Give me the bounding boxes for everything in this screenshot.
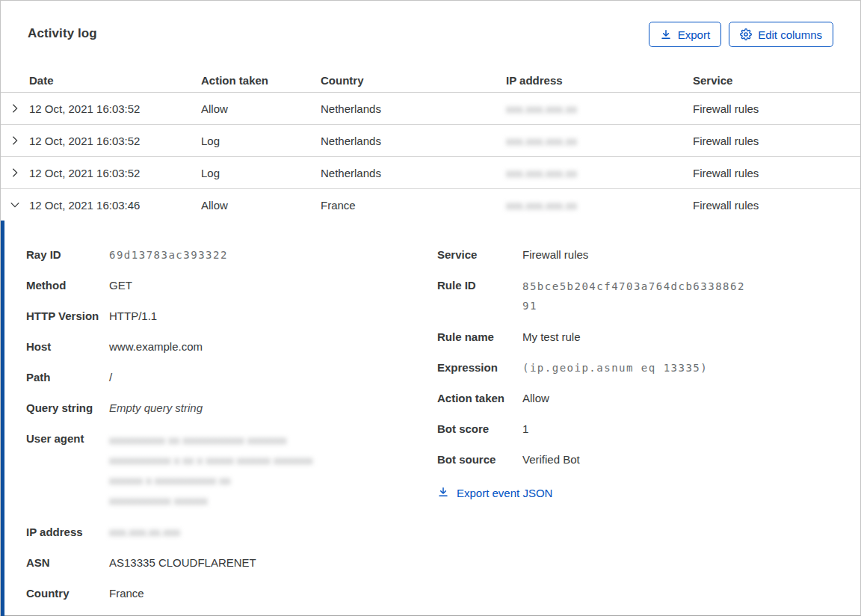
detail-right-column: Service Firewall rules Rule ID 85bce5b20… <box>437 246 838 615</box>
row-date: 12 Oct, 2021 16:03:46 <box>29 199 201 212</box>
table-row-expanded[interactable]: 12 Oct, 2021 16:03:46 Allow France xxx.x… <box>1 189 860 221</box>
detail-field-asn: ASN AS13335 CLOUDFLARENET <box>26 554 437 572</box>
detail-field-action-taken: Action taken Allow <box>437 389 838 407</box>
chevron-right-icon[interactable] <box>1 103 29 114</box>
activity-table: Date Action taken Country IP address Ser… <box>1 68 860 221</box>
download-icon <box>660 28 672 40</box>
row-service: Firewall rules <box>693 135 860 147</box>
detail-field-bot-source: Bot source Verified Bot <box>437 451 838 469</box>
row-date: 12 Oct, 2021 16:03:52 <box>29 135 201 147</box>
detail-left-column: Ray ID 69d13783ac393322 Method GET HTTP … <box>26 246 437 615</box>
activity-log-panel: Activity log Export Edit columns Date Ac… <box>0 0 861 616</box>
toolbar-actions: Export Edit columns <box>649 22 833 47</box>
detail-field-rule-name: Rule name My test rule <box>437 328 838 346</box>
chevron-right-icon[interactable] <box>1 135 29 146</box>
row-ip-redacted: xxx.xxx.xxx.xx <box>506 102 693 115</box>
detail-field-ray-id: Ray ID 69d13783ac393322 <box>26 246 437 264</box>
export-event-json-link[interactable]: Export event JSON <box>437 486 552 500</box>
event-detail-panel: Ray ID 69d13783ac393322 Method GET HTTP … <box>1 221 860 616</box>
row-service: Firewall rules <box>693 167 860 179</box>
table-row[interactable]: 12 Oct, 2021 16:03:52 Log Netherlands xx… <box>1 157 860 189</box>
column-header-country: Country <box>321 74 506 87</box>
row-ip-redacted: xxx.xxx.xxx.xx <box>506 135 693 147</box>
row-service: Firewall rules <box>693 199 860 212</box>
row-date: 12 Oct, 2021 16:03:52 <box>29 167 201 179</box>
page-title: Activity log <box>28 26 97 41</box>
column-header-action: Action taken <box>201 74 321 87</box>
row-date: 12 Oct, 2021 16:03:52 <box>29 102 201 115</box>
row-country: Netherlands <box>321 102 506 115</box>
row-action: Allow <box>201 199 321 212</box>
row-country: France <box>321 199 506 212</box>
detail-field-service: Service Firewall rules <box>437 246 838 264</box>
detail-field-host: Host www.example.com <box>26 338 437 356</box>
export-button-label: Export <box>678 28 710 41</box>
detail-field-http-version: HTTP Version HTTP/1.1 <box>26 307 437 325</box>
detail-field-user-agent: User agent xxxxxxxxxx xx xxxxxxxxxxx xxx… <box>26 430 437 511</box>
detail-field-method: Method GET <box>26 277 437 295</box>
row-action: Allow <box>201 102 321 115</box>
detail-field-country: Country France <box>26 585 437 603</box>
row-country: Netherlands <box>321 167 506 179</box>
detail-field-rule-id: Rule ID 85bce5b204cf4703a764dcb633886291 <box>437 277 838 315</box>
row-ip-redacted: xxx.xxx.xxx.xx <box>506 199 693 212</box>
column-header-date: Date <box>29 74 201 87</box>
detail-field-bot-score: Bot score 1 <box>437 420 838 438</box>
user-agent-redacted: xxxxxxxxxx xx xxxxxxxxxxx xxxxxxx xxxxxx… <box>109 430 437 511</box>
row-action: Log <box>201 167 321 179</box>
row-service: Firewall rules <box>693 102 860 115</box>
detail-field-query-string: Query string Empty query string <box>26 399 437 417</box>
edit-columns-button[interactable]: Edit columns <box>729 22 833 47</box>
row-action: Log <box>201 135 321 147</box>
column-header-service: Service <box>693 74 860 87</box>
gear-icon <box>740 28 752 40</box>
table-row[interactable]: 12 Oct, 2021 16:03:52 Log Netherlands xx… <box>1 125 860 157</box>
edit-columns-button-label: Edit columns <box>758 28 822 41</box>
row-country: Netherlands <box>321 135 506 147</box>
table-row[interactable]: 12 Oct, 2021 16:03:52 Allow Netherlands … <box>1 93 860 125</box>
detail-field-ip-address: IP address xxx.xxx.xx.xxx <box>26 523 437 541</box>
column-header-ip: IP address <box>506 74 693 87</box>
table-header-row: Date Action taken Country IP address Ser… <box>1 68 860 93</box>
export-event-json-label: Export event JSON <box>457 487 552 499</box>
detail-field-expression: Expression (ip.geoip.asnum eq 13335) <box>437 359 838 377</box>
detail-field-path: Path / <box>26 369 437 386</box>
chevron-down-icon[interactable] <box>1 200 29 210</box>
export-button[interactable]: Export <box>649 22 721 47</box>
topbar: Activity log Export Edit columns <box>1 1 860 68</box>
ip-address-redacted: xxx.xxx.xx.xxx <box>109 523 437 541</box>
chevron-right-icon[interactable] <box>1 167 29 178</box>
row-ip-redacted: xxx.xxx.xxx.xx <box>506 167 693 179</box>
download-icon <box>437 486 449 500</box>
